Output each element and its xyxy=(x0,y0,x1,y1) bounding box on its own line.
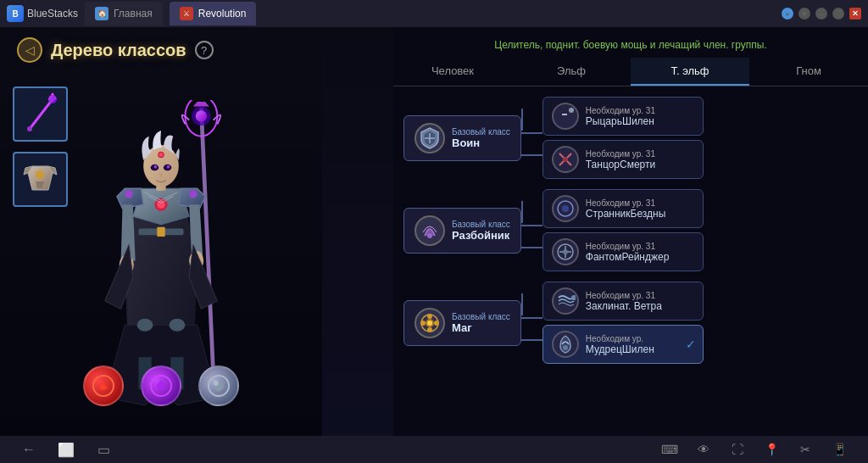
warrior-class-box[interactable]: Базовый класс Воин xyxy=(403,115,521,161)
warrior-name: Воин xyxy=(452,137,510,149)
red-orb-icon xyxy=(91,373,116,399)
warrior-icon xyxy=(415,123,445,153)
svg-point-50 xyxy=(427,314,432,319)
warrior-section: Базовый класс Воин xyxy=(403,97,858,179)
tab-home[interactable]: 🏠 Главная xyxy=(85,2,163,25)
svg-point-26 xyxy=(169,319,185,332)
warrior-connector xyxy=(521,97,542,179)
view-button[interactable]: 👁 xyxy=(692,438,715,461)
wind-icon-svg xyxy=(555,291,576,311)
nav-recent-button[interactable]: ▭ xyxy=(92,438,115,461)
race-tab-gnome[interactable]: Гном xyxy=(749,58,868,86)
rogue-icon xyxy=(415,215,445,246)
rogue-connector xyxy=(521,189,542,271)
page-title: Дерево классов xyxy=(51,41,186,60)
main-content: ◁ Дерево классов ? xyxy=(0,27,868,436)
dancer-icon-svg xyxy=(555,149,576,170)
warrior-info: Базовый класс Воин xyxy=(452,127,510,149)
svg-point-48 xyxy=(563,249,568,254)
svg-marker-10 xyxy=(193,102,209,107)
race-tab-human[interactable]: Человек xyxy=(393,58,512,86)
phantom-icon-svg xyxy=(555,242,576,262)
cut-button[interactable]: ✂ xyxy=(793,438,817,461)
wind-icon xyxy=(552,287,579,315)
mage-name: Маг xyxy=(452,321,510,334)
class-tree: Базовый класс Воин xyxy=(393,97,868,421)
sage-box[interactable]: Необходим ур. МудрецШилен ✓ xyxy=(542,325,704,364)
mage-conn-vert xyxy=(521,293,523,315)
check-mark: ✓ xyxy=(686,337,696,351)
svg-point-42 xyxy=(427,233,432,238)
keyboard-button[interactable]: ⌨ xyxy=(658,438,682,461)
bottom-tools: ⌨ 👁 ⛶ 📍 ✂ 📱 xyxy=(658,438,851,461)
bottom-nav: ← ⬜ ▭ xyxy=(17,438,115,461)
warrior-base: Базовый класс Воин xyxy=(403,97,521,179)
mage-section: Базовый класс Маг xyxy=(403,282,858,364)
game-tab-icon: ⚔ xyxy=(180,7,193,20)
wind-req: Необходим ур. 31 xyxy=(586,291,662,300)
rogue-class-box[interactable]: Базовый класс Разбойник xyxy=(403,208,521,254)
bluestacks-icon: B xyxy=(7,5,24,22)
abyss-icon-svg xyxy=(555,198,576,219)
rogue-advanced: Необходим ур. 31 СтранникБездны xyxy=(542,189,704,271)
dancer-req: Необходим ур. 31 xyxy=(586,149,655,159)
rogue-conn-top xyxy=(521,225,542,226)
svg-point-38 xyxy=(569,108,574,113)
svg-line-6 xyxy=(201,108,213,373)
phantom-req: Необходим ур. 31 xyxy=(586,242,670,251)
knight-req: Необходим ур. 31 xyxy=(586,106,655,115)
nav-home-button[interactable]: ⬜ xyxy=(54,438,78,461)
restore-button[interactable]: ❐ xyxy=(832,8,844,20)
fullscreen-button[interactable]: ⛶ xyxy=(726,438,749,461)
rogue-section: Базовый класс Разбойник xyxy=(403,189,858,271)
svg-point-44 xyxy=(562,205,569,212)
nav-back-button[interactable]: ← xyxy=(17,438,41,461)
knight-sword-icon xyxy=(555,106,576,126)
page-title-area: ◁ Дерево классов ? xyxy=(0,27,322,73)
knight-box[interactable]: Необходим ур. 31 РыцарьШилен xyxy=(542,97,704,136)
gray-orb[interactable] xyxy=(198,365,239,406)
rogue-info: Базовый класс Разбойник xyxy=(452,220,510,242)
dancer-info: Необходим ур. 31 ТанцорСмерти xyxy=(586,149,655,170)
bottom-orbs xyxy=(83,365,239,406)
mobile-button[interactable]: 📱 xyxy=(827,438,851,461)
shield-icon xyxy=(418,126,442,150)
tab-game[interactable]: ⚔ Revolution xyxy=(170,2,257,25)
character-figure xyxy=(76,100,246,405)
abyss-icon xyxy=(552,195,579,222)
svg-point-33 xyxy=(214,381,219,386)
svg-rect-24 xyxy=(157,227,164,237)
svg-point-22 xyxy=(167,165,170,169)
app-window: B BlueStacks 🏠 Главная ⚔ Revolution ● ▼ … xyxy=(0,0,868,463)
mage-conn-bot xyxy=(521,339,542,341)
character-panel: ◁ Дерево классов ? xyxy=(0,27,322,436)
svg-point-13 xyxy=(125,190,132,198)
dancer-box[interactable]: Необходим ур. 31 ТанцорСмерти xyxy=(542,140,704,179)
mage-label: Базовый класс xyxy=(452,312,510,321)
sage-name: МудрецШилен xyxy=(586,343,654,355)
location-button[interactable]: 📍 xyxy=(760,438,783,461)
svg-point-52 xyxy=(420,321,426,326)
svg-point-57 xyxy=(563,345,568,350)
race-tabs: Человек Эльф Т. эльф Гном xyxy=(393,58,868,86)
mage-info: Базовый класс Маг xyxy=(452,312,510,334)
phantom-box[interactable]: Необходим ур. 31 ФантомРейнджер xyxy=(542,232,704,271)
back-button[interactable]: ◁ xyxy=(17,37,42,63)
race-tab-dark-elf[interactable]: Т. эльф xyxy=(631,58,749,86)
abyss-box[interactable]: Необходим ур. 31 СтранникБездны xyxy=(542,189,704,228)
abyss-req: Необходим ур. 31 xyxy=(586,198,666,208)
phantom-info: Необходим ур. 31 ФантомРейнджер xyxy=(586,242,670,263)
signal-indicator: ▼ xyxy=(798,8,810,20)
help-button[interactable]: ? xyxy=(195,41,214,59)
sage-icon xyxy=(552,331,579,358)
close-button[interactable]: ✕ xyxy=(849,8,861,20)
knight-name: РыцарьШилен xyxy=(586,115,655,127)
svg-point-28 xyxy=(159,153,164,157)
race-tab-elf[interactable]: Эльф xyxy=(512,58,631,86)
wind-box[interactable]: Необходим ур. 31 Заклинат. Ветра xyxy=(542,282,704,321)
minimize-button[interactable]: — xyxy=(815,8,827,20)
red-orb[interactable] xyxy=(83,365,124,406)
rogue-base: Базовый класс Разбойник xyxy=(403,189,521,271)
purple-orb[interactable] xyxy=(141,365,181,406)
mage-class-box[interactable]: Базовый класс Маг xyxy=(403,300,521,346)
